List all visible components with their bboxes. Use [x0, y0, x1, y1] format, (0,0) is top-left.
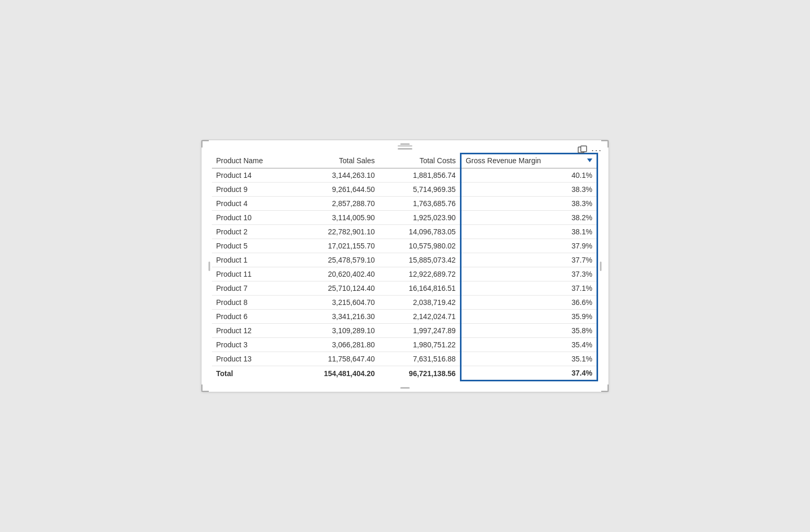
cell-total-costs: 12,922,689.72 [379, 267, 460, 281]
cell-total-costs-sum: 96,721,138.56 [379, 366, 460, 381]
cell-gross-revenue-margin: 37.3% [460, 267, 597, 281]
expand-icon[interactable] [578, 145, 587, 155]
cell-total-sales: 11,758,647.40 [292, 352, 379, 366]
cell-total-costs: 16,164,816.51 [379, 281, 460, 296]
scroll-left [209, 262, 210, 271]
cell-total-sales: 25,478,579.10 [292, 253, 379, 267]
cell-total-sales: 9,261,644.50 [292, 183, 379, 197]
cell-product-name: Product 3 [212, 338, 292, 352]
cell-gross-revenue-margin: 37.1% [460, 281, 597, 296]
cell-gross-revenue-margin: 40.1% [460, 168, 597, 183]
widget-container: ··· Product Name Total Sales Total Costs… [201, 140, 609, 393]
cell-product-name: Product 1 [212, 253, 292, 267]
table-wrapper: Product Name Total Sales Total Costs Gro… [201, 153, 609, 392]
cell-total-sales-sum: 154,481,404.20 [292, 366, 379, 381]
widget-actions: ··· [578, 145, 602, 155]
sort-desc-icon[interactable] [587, 159, 592, 162]
cell-product-name: Product 11 [212, 267, 292, 281]
widget-header: ··· [201, 140, 609, 153]
cell-product-name: Product 9 [212, 183, 292, 197]
table-row: Product 5 17,021,155.70 10,575,980.02 37… [212, 239, 598, 253]
data-table: Product Name Total Sales Total Costs Gro… [212, 153, 598, 382]
cell-total-costs: 7,631,516.88 [379, 352, 460, 366]
cell-total-costs: 15,885,073.42 [379, 253, 460, 267]
cell-product-name: Product 4 [212, 197, 292, 211]
table-total-row: Total 154,481,404.20 96,721,138.56 37.4% [212, 366, 598, 381]
cell-total-sales: 3,066,281.80 [292, 338, 379, 352]
cell-total-sales: 3,215,604.70 [292, 296, 379, 310]
cell-gross-revenue-margin: 35.1% [460, 352, 597, 366]
scroll-bottom [400, 387, 410, 389]
table-row: Product 13 11,758,647.40 7,631,516.88 35… [212, 352, 598, 366]
cell-product-name: Product 12 [212, 324, 292, 338]
table-body: Product 14 3,144,263.10 1,881,856.74 40.… [212, 168, 598, 381]
table-row: Product 3 3,066,281.80 1,980,751.22 35.4… [212, 338, 598, 352]
table-row: Product 7 25,710,124.40 16,164,816.51 37… [212, 281, 598, 296]
cell-product-name: Product 8 [212, 296, 292, 310]
cell-gross-revenue-margin: 38.2% [460, 211, 597, 225]
col-header-product-name: Product Name [212, 153, 292, 168]
cell-total-sales: 22,782,901.10 [292, 225, 379, 239]
cell-total-sales: 3,109,289.10 [292, 324, 379, 338]
header-row: Product Name Total Sales Total Costs Gro… [212, 153, 598, 168]
cell-gross-revenue-margin: 38.1% [460, 225, 597, 239]
col-header-total-sales: Total Sales [292, 153, 379, 168]
table-row: Product 14 3,144,263.10 1,881,856.74 40.… [212, 168, 598, 183]
table-row: Product 4 2,857,288.70 1,763,685.76 38.3… [212, 197, 598, 211]
table-row: Product 12 3,109,289.10 1,997,247.89 35.… [212, 324, 598, 338]
table-row: Product 10 3,114,005.90 1,925,023.90 38.… [212, 211, 598, 225]
cell-gross-revenue-margin: 38.3% [460, 183, 597, 197]
drag-handle[interactable] [398, 145, 412, 150]
cell-total-costs: 14,096,783.05 [379, 225, 460, 239]
cell-gross-revenue-margin: 38.3% [460, 197, 597, 211]
cell-product-name: Product 2 [212, 225, 292, 239]
cell-total-gross-revenue-margin: 37.4% [460, 366, 597, 381]
table-row: Product 11 20,620,402.40 12,922,689.72 3… [212, 267, 598, 281]
cell-total-sales: 3,341,216.30 [292, 310, 379, 324]
table-header: Product Name Total Sales Total Costs Gro… [212, 153, 598, 168]
cell-gross-revenue-margin: 37.7% [460, 253, 597, 267]
table-row: Product 9 9,261,644.50 5,714,969.35 38.3… [212, 183, 598, 197]
cell-product-name: Product 14 [212, 168, 292, 183]
cell-total-costs: 1,763,685.76 [379, 197, 460, 211]
cell-total-costs: 1,881,856.74 [379, 168, 460, 183]
cell-gross-revenue-margin: 37.9% [460, 239, 597, 253]
cell-product-name: Product 7 [212, 281, 292, 296]
gross-revenue-margin-label: Gross Revenue Margin [466, 156, 541, 165]
cell-total-costs: 1,925,023.90 [379, 211, 460, 225]
cell-total-label: Total [212, 366, 292, 381]
table-row: Product 6 3,341,216.30 2,142,024.71 35.9… [212, 310, 598, 324]
corner-bracket-br [601, 384, 609, 392]
cell-total-costs: 2,038,719.42 [379, 296, 460, 310]
cell-product-name: Product 6 [212, 310, 292, 324]
corner-bracket-bl [201, 384, 209, 392]
cell-product-name: Product 10 [212, 211, 292, 225]
col-header-gross-revenue-margin[interactable]: Gross Revenue Margin [460, 153, 597, 168]
cell-total-sales: 17,021,155.70 [292, 239, 379, 253]
cell-total-costs: 2,142,024.71 [379, 310, 460, 324]
more-options-icon[interactable]: ··· [591, 145, 602, 155]
cell-gross-revenue-margin: 35.9% [460, 310, 597, 324]
table-row: Product 1 25,478,579.10 15,885,073.42 37… [212, 253, 598, 267]
scroll-right [600, 262, 602, 271]
svg-rect-1 [581, 146, 587, 152]
cell-gross-revenue-margin: 35.8% [460, 324, 597, 338]
cell-total-sales: 20,620,402.40 [292, 267, 379, 281]
cell-total-sales: 25,710,124.40 [292, 281, 379, 296]
cell-total-sales: 3,144,263.10 [292, 168, 379, 183]
table-row: Product 2 22,782,901.10 14,096,783.05 38… [212, 225, 598, 239]
cell-total-costs: 1,997,247.89 [379, 324, 460, 338]
col-header-total-costs: Total Costs [379, 153, 460, 168]
cell-total-sales: 3,114,005.90 [292, 211, 379, 225]
cell-gross-revenue-margin: 35.4% [460, 338, 597, 352]
cell-total-costs: 10,575,980.02 [379, 239, 460, 253]
table-row: Product 8 3,215,604.70 2,038,719.42 36.6… [212, 296, 598, 310]
cell-total-sales: 2,857,288.70 [292, 197, 379, 211]
cell-gross-revenue-margin: 36.6% [460, 296, 597, 310]
cell-total-costs: 1,980,751.22 [379, 338, 460, 352]
cell-total-costs: 5,714,969.35 [379, 183, 460, 197]
cell-product-name: Product 5 [212, 239, 292, 253]
cell-product-name: Product 13 [212, 352, 292, 366]
